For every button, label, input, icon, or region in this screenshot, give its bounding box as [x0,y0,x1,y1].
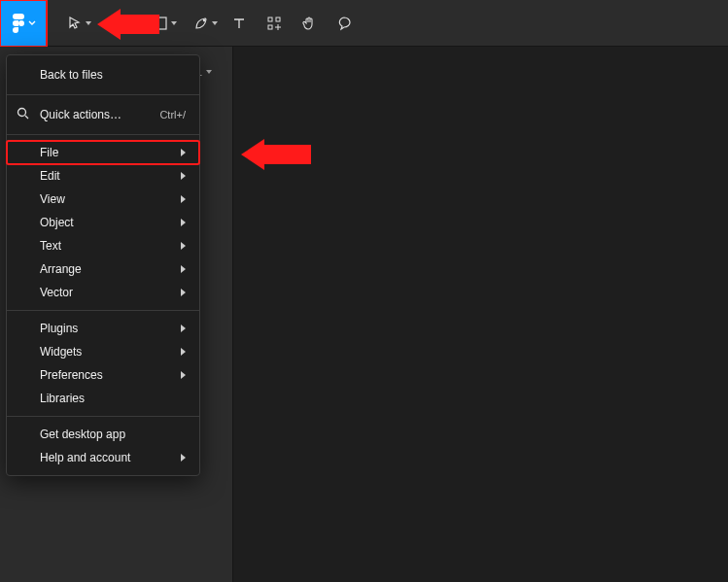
figma-logo-icon [12,14,25,33]
menu-item-view[interactable]: View [7,188,199,211]
shape-tool[interactable] [140,0,181,47]
pen-tool[interactable] [181,0,222,47]
menu-item-label: Arrange [40,262,82,276]
menu-item-back[interactable]: Back to files [7,61,199,88]
menu-separator [7,310,199,311]
chevron-right-icon [181,454,186,462]
chevron-right-icon [181,348,186,356]
svg-point-2 [203,18,205,20]
search-icon [17,107,29,122]
menu-separator [7,94,199,95]
chevron-right-icon [181,325,186,332]
menu-item-label: Object [40,216,74,229]
svg-point-6 [18,109,26,117]
svg-rect-1 [155,17,166,29]
menu-item-label: Text [40,239,61,253]
menu-item-label: Preferences [40,368,103,382]
menu-shortcut: Ctrl+/ [159,109,186,120]
chevron-right-icon [181,289,186,296]
chevron-right-icon [181,371,186,379]
chevron-right-icon [181,219,186,226]
menu-item-label: Back to files [40,68,103,82]
menu-item-plugins[interactable]: Plugins [7,317,199,340]
hand-icon [301,16,317,31]
comment-icon [336,16,352,31]
svg-rect-4 [276,17,280,21]
main-menu-button[interactable] [0,0,47,47]
resources-tool[interactable] [257,0,292,47]
menu-item-label: Vector [40,286,73,299]
menu-item-label: Quick actions… [40,108,121,121]
chevron-right-icon [181,195,186,203]
menu-item-label: Get desktop app [40,428,125,441]
square-icon [154,17,167,30]
svg-point-0 [18,20,24,26]
hand-tool[interactable] [292,0,327,47]
menu-item-file[interactable]: File [7,141,199,164]
menu-item-help[interactable]: Help and account [7,446,199,469]
text-tool[interactable] [222,0,257,47]
menu-item-object[interactable]: Object [7,211,199,234]
menu-item-arrange[interactable]: Arrange [7,257,199,281]
svg-rect-3 [268,17,272,21]
menu-item-widgets[interactable]: Widgets [7,340,199,363]
svg-rect-5 [268,25,272,29]
chevron-right-icon [181,172,186,180]
menu-item-preferences[interactable]: Preferences [7,363,199,387]
grid-plus-icon [266,16,282,31]
main-menu: Back to filesQuick actions…Ctrl+/FileEdi… [6,54,200,476]
menu-item-label: Libraries [40,392,85,405]
menu-item-vector[interactable]: Vector [7,281,199,304]
menu-item-quick[interactable]: Quick actions…Ctrl+/ [7,101,199,128]
chevron-right-icon [181,242,186,250]
move-tool[interactable] [54,0,95,47]
menu-item-label: Widgets [40,345,82,359]
chevron-down-icon [28,20,36,26]
cursor-icon [67,16,83,31]
toolbar [0,0,728,47]
menu-item-label: Help and account [40,451,130,464]
menu-item-label: File [40,146,58,159]
menu-item-text[interactable]: Text [7,234,199,257]
pen-icon [193,16,209,31]
menu-item-label: View [40,192,65,206]
canvas[interactable] [233,47,728,582]
menu-item-label: Plugins [40,322,78,335]
menu-item-edit[interactable]: Edit [7,164,199,188]
menu-separator [7,134,199,135]
menu-item-label: Edit [40,169,60,183]
chevron-right-icon [181,265,186,273]
text-icon [232,17,246,30]
menu-item-desktop[interactable]: Get desktop app [7,423,199,446]
chevron-right-icon [181,149,186,156]
comment-tool[interactable] [327,0,362,47]
menu-item-libraries[interactable]: Libraries [7,387,199,410]
menu-separator [7,416,199,417]
